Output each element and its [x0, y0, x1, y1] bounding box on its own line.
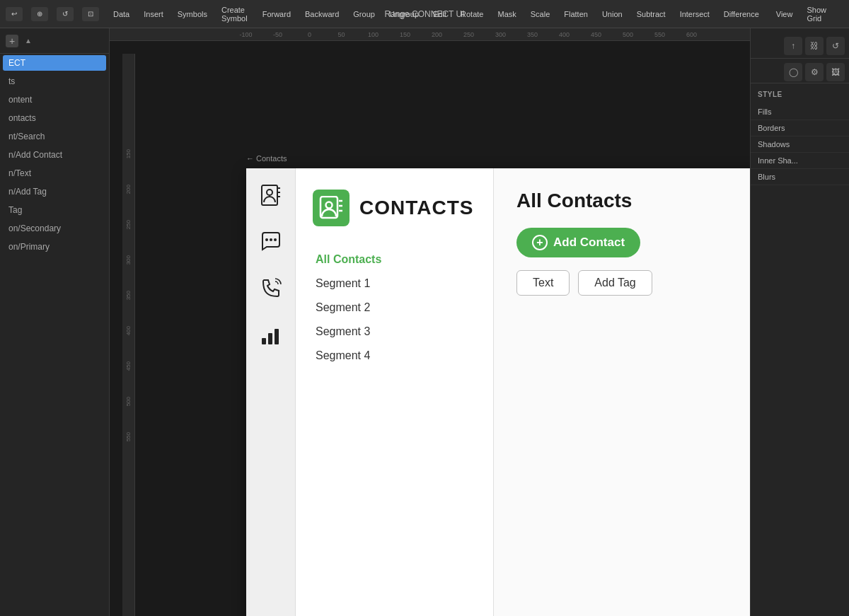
nav-item-segment1[interactable]: Segment 1	[313, 272, 476, 296]
layer-add-button[interactable]: +	[6, 35, 18, 47]
contacts-panel: CONTACTS All Contacts Segment 1 Segment …	[296, 168, 494, 616]
menu-intersect[interactable]: Intersect	[677, 8, 712, 20]
text-button[interactable]: Text	[516, 270, 570, 296]
svg-rect-8	[262, 338, 266, 344]
ruler-vertical: 150 200 250 300 350 400 450 500 550	[122, 54, 135, 616]
menu-data[interactable]: Data	[110, 8, 132, 20]
menu-view[interactable]: View	[773, 8, 796, 20]
ruler-mark: 450	[580, 31, 612, 38]
settings-icon[interactable]: ⚙	[805, 63, 824, 81]
menu-insert[interactable]: Insert	[141, 8, 166, 20]
layer-item-secondary[interactable]: on/Secondary	[0, 219, 109, 238]
layer-item-content[interactable]: ontent	[0, 91, 109, 109]
ruler-v-mark: 250	[125, 220, 132, 229]
ruler-mark: 0	[294, 31, 325, 38]
left-panel: + ▲ ECT ts ontent ontacts nt/Search n/Ad…	[0, 28, 110, 616]
ruler-v-mark: 500	[125, 397, 132, 406]
layer-item-contacts[interactable]: ontacts	[0, 109, 109, 127]
menu-create-symbol[interactable]: Create Symbol	[219, 4, 251, 24]
layer-item-add-contact[interactable]: n/Add Contact	[0, 146, 109, 164]
menu-union[interactable]: Union	[599, 8, 625, 20]
menu-symbols[interactable]: Symbols	[175, 8, 210, 20]
app-title: Range CONNECT UI	[384, 9, 464, 19]
layer-item-search[interactable]: nt/Search	[0, 127, 109, 146]
nav-item-all-contacts[interactable]: All Contacts	[313, 248, 476, 272]
menu-flatten[interactable]: Flatten	[561, 8, 591, 20]
detail-title: All Contacts	[516, 190, 740, 212]
ruler-v-mark: 350	[125, 291, 132, 300]
ruler-mark: 550	[644, 31, 676, 38]
contacts-nav-icon[interactable]	[258, 182, 284, 208]
style-fills[interactable]: Fills	[751, 104, 849, 120]
add-tag-button[interactable]: Add Tag	[578, 270, 652, 296]
ruler-mark: -50	[262, 31, 294, 38]
menu-difference[interactable]: Difference	[721, 8, 762, 20]
phone-nav-icon[interactable]	[258, 276, 284, 301]
menu-backward[interactable]: Backward	[302, 8, 342, 20]
style-borders[interactable]: Borders	[751, 120, 849, 136]
layer-item-ts[interactable]: ts	[0, 72, 109, 91]
left-panel-header: + ▲	[0, 28, 109, 54]
layer-item-add-tag[interactable]: n/Add Tag	[0, 182, 109, 201]
nav-item-segment4[interactable]: Segment 4	[313, 344, 476, 368]
style-blurs[interactable]: Blurs	[751, 169, 849, 185]
refresh-right-icon[interactable]: ↺	[826, 37, 845, 55]
main-layout: + ▲ ECT ts ontent ontacts nt/Search n/Ad…	[0, 28, 849, 616]
add-icon[interactable]: ⊕	[31, 7, 48, 21]
layer-item-primary[interactable]: on/Primary	[0, 238, 109, 256]
menu-show-grid[interactable]: Show Grid	[804, 4, 843, 24]
mockup-label: ← Contacts	[246, 154, 287, 163]
circle-icon[interactable]: ◯	[784, 63, 802, 81]
top-toolbar: ↩ ⊕ ↺ ⊡ Data Insert Symbols Create Symbo…	[0, 0, 849, 28]
mockup-container: CONTACTS All Contacts Segment 1 Segment …	[246, 168, 750, 616]
ruler-mark: 150	[389, 31, 421, 38]
mockup-sidebar	[246, 168, 296, 616]
ruler-mark: -100	[230, 31, 262, 38]
upload-icon[interactable]: ↑	[784, 37, 802, 55]
menu-group[interactable]: Group	[350, 8, 378, 20]
ruler-mark: 400	[548, 31, 580, 38]
layer-item-text[interactable]: n/Text	[0, 164, 109, 182]
detail-panel: All Contacts + Add Contact Text Add Tag	[494, 168, 750, 616]
back-icon[interactable]: ↩	[6, 7, 23, 21]
ruler-mark: 350	[516, 31, 548, 38]
ruler-mark: 50	[325, 31, 357, 38]
ruler-horizontal: -100 -50 0 50 100 150 200 250 300 350 40…	[110, 28, 750, 41]
ruler-mark: 500	[612, 31, 644, 38]
refresh-icon[interactable]: ↺	[57, 7, 74, 21]
toolbar-right: View Show Grid	[773, 4, 843, 24]
ruler-v-mark: 200	[125, 185, 132, 194]
nav-item-segment3[interactable]: Segment 3	[313, 320, 476, 344]
style-inner-shadow[interactable]: Inner Sha...	[751, 153, 849, 169]
chat-nav-icon[interactable]	[258, 229, 284, 255]
ruler-v-mark: 150	[125, 149, 132, 158]
ruler-mark: 300	[485, 31, 516, 38]
right-panel: ↑ ⛓ ↺ ◯ ⚙ 🖼 STYLE Fills Borders Shadows …	[750, 28, 849, 616]
ruler-mark: 600	[676, 31, 708, 38]
grid-icon[interactable]: ⊡	[82, 7, 99, 21]
contacts-icon-box	[313, 190, 350, 226]
menu-subtract[interactable]: Subtract	[634, 8, 669, 20]
panel-chevron-icon[interactable]: ▲	[23, 35, 34, 47]
plus-circle-icon: +	[532, 235, 548, 250]
layer-item-ect[interactable]: ECT	[3, 55, 106, 71]
svg-point-1	[267, 190, 272, 195]
svg-rect-11	[320, 197, 337, 218]
ruler-v-mark: 550	[125, 432, 132, 441]
contacts-title: CONTACTS	[359, 197, 473, 219]
svg-rect-10	[275, 329, 279, 344]
ruler-v-mark: 450	[125, 361, 132, 371]
action-buttons: Text Add Tag	[516, 270, 740, 296]
add-contact-button[interactable]: + Add Contact	[516, 228, 640, 257]
menu-scale[interactable]: Scale	[528, 8, 553, 20]
ruler-mark: 250	[453, 31, 485, 38]
image-icon[interactable]: 🖼	[826, 63, 845, 81]
nav-item-segment2[interactable]: Segment 2	[313, 296, 476, 320]
analytics-nav-icon[interactable]	[258, 322, 284, 348]
layer-item-tag[interactable]: Tag	[0, 201, 109, 219]
style-shadows[interactable]: Shadows	[751, 136, 849, 153]
menu-mask[interactable]: Mask	[495, 8, 519, 20]
link-icon[interactable]: ⛓	[805, 37, 824, 55]
menu-forward[interactable]: Forward	[260, 8, 294, 20]
svg-point-7	[274, 238, 277, 241]
